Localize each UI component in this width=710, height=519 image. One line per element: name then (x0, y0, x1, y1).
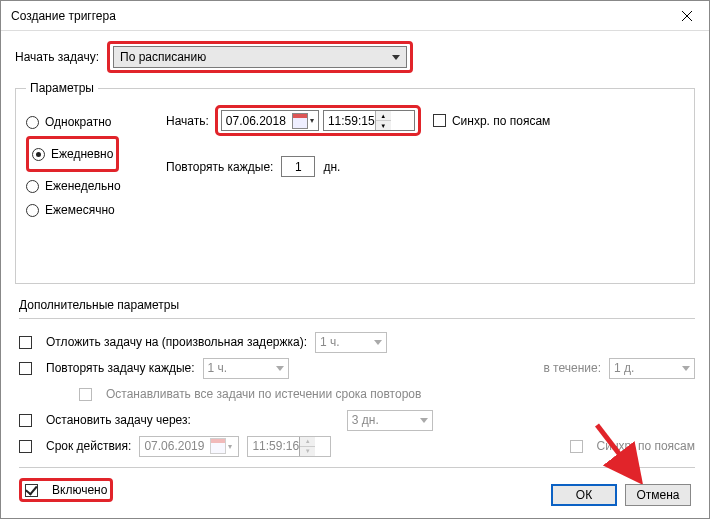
radio-weekly[interactable]: Еженедельно (26, 175, 156, 197)
calendar-icon (292, 113, 308, 129)
repeat-task-combo[interactable]: 1 ч. (203, 358, 289, 379)
time-spinner[interactable]: ▲ ▼ (299, 437, 315, 456)
radio-icon (26, 204, 39, 217)
radio-daily[interactable]: Ежедневно (32, 143, 113, 165)
svg-marker-4 (276, 366, 284, 371)
stop-after-label: Остановить задачу через: (46, 413, 191, 427)
enabled-label: Включено (52, 483, 107, 497)
calendar-icon (210, 438, 226, 454)
radio-monthly-label: Ежемесячно (45, 203, 115, 217)
radio-monthly[interactable]: Ежемесячно (26, 199, 156, 221)
time-spinner[interactable]: ▲ ▼ (375, 111, 391, 130)
duration-value: 1 д. (614, 361, 634, 375)
spinner-up-icon[interactable]: ▲ (376, 111, 391, 121)
sync-tz-checkbox[interactable] (433, 114, 446, 127)
parameters-legend: Параметры (26, 81, 98, 95)
delay-label: Отложить задачу на (произвольная задержк… (46, 335, 307, 349)
expires-sync-tz-checkbox (570, 440, 583, 453)
begin-task-value: По расписанию (120, 50, 206, 64)
radio-icon (26, 116, 39, 129)
enabled-checkbox[interactable] (25, 484, 38, 497)
radio-weekly-label: Еженедельно (45, 179, 121, 193)
start-label: Начать: (166, 114, 209, 128)
repeat-every-value: 1 (295, 160, 302, 174)
chevron-down-icon (392, 55, 400, 60)
expires-time-input[interactable]: 11:59:16 ▲ ▼ (247, 436, 331, 457)
begin-task-label: Начать задачу: (15, 50, 99, 64)
svg-marker-2 (392, 55, 400, 60)
repeat-task-value: 1 ч. (208, 361, 228, 375)
window-title: Создание триггера (11, 9, 116, 23)
chevron-down-icon (420, 418, 428, 423)
delay-checkbox[interactable] (19, 336, 32, 349)
duration-label: в течение: (543, 361, 601, 375)
delay-combo[interactable]: 1 ч. (315, 332, 387, 353)
expires-time-value: 11:59:16 (252, 439, 299, 453)
repeat-task-label: Повторять задачу каждые: (46, 361, 195, 375)
cancel-label: Отмена (636, 488, 679, 502)
titlebar: Создание триггера (1, 1, 709, 31)
expires-checkbox[interactable] (19, 440, 32, 453)
parameters-fieldset: Параметры Однократно Ежедневно (15, 81, 695, 284)
stop-after-value: 3 дн. (352, 413, 379, 427)
close-icon (682, 11, 692, 21)
begin-task-select[interactable]: По расписанию (113, 46, 407, 68)
cancel-button[interactable]: Отмена (625, 484, 691, 506)
expires-date-value: 07.06.2019 (144, 439, 204, 453)
ok-label: ОК (576, 488, 592, 502)
spinner-down-icon[interactable]: ▼ (300, 447, 315, 456)
sync-tz-label: Синхр. по поясам (452, 114, 550, 128)
chevron-down-icon: ▾ (310, 116, 314, 125)
spinner-down-icon[interactable]: ▼ (376, 121, 391, 130)
expires-date-input[interactable]: 07.06.2019 ▾ (139, 436, 239, 457)
delay-value: 1 ч. (320, 335, 340, 349)
svg-marker-5 (682, 366, 690, 371)
close-button[interactable] (665, 1, 709, 31)
start-date-input[interactable]: 07.06.2018 ▾ (221, 110, 319, 131)
chevron-down-icon (276, 366, 284, 371)
repeat-every-input[interactable]: 1 (281, 156, 315, 177)
ok-button[interactable]: ОК (551, 484, 617, 506)
spinner-up-icon[interactable]: ▲ (300, 437, 315, 447)
svg-marker-6 (420, 418, 428, 423)
expires-sync-tz-label: Синхр. по поясам (597, 439, 695, 453)
repeat-every-label: Повторять каждые: (166, 160, 273, 174)
stop-after-checkbox[interactable] (19, 414, 32, 427)
start-date-value: 07.06.2018 (226, 114, 286, 128)
stop-all-checkbox (79, 388, 92, 401)
chevron-down-icon (682, 366, 690, 371)
radio-icon (26, 180, 39, 193)
svg-marker-3 (374, 340, 382, 345)
expires-label: Срок действия: (46, 439, 131, 453)
repeat-every-unit: дн. (323, 160, 340, 174)
advanced-title: Дополнительные параметры (19, 298, 695, 319)
stop-all-label: Останавливать все задачи по истечении ср… (106, 387, 421, 401)
start-time-input[interactable]: 11:59:15 ▲ ▼ (323, 110, 415, 131)
stop-after-combo[interactable]: 3 дн. (347, 410, 433, 431)
radio-once-label: Однократно (45, 115, 112, 129)
radio-daily-label: Ежедневно (51, 147, 113, 161)
dialog-window: Создание триггера Начать задачу: По расп… (0, 0, 710, 519)
radio-once[interactable]: Однократно (26, 111, 156, 133)
radio-icon (32, 148, 45, 161)
chevron-down-icon (374, 340, 382, 345)
repeat-task-checkbox[interactable] (19, 362, 32, 375)
start-time-value: 11:59:15 (328, 114, 375, 128)
chevron-down-icon: ▾ (228, 442, 232, 451)
duration-combo[interactable]: 1 д. (609, 358, 695, 379)
